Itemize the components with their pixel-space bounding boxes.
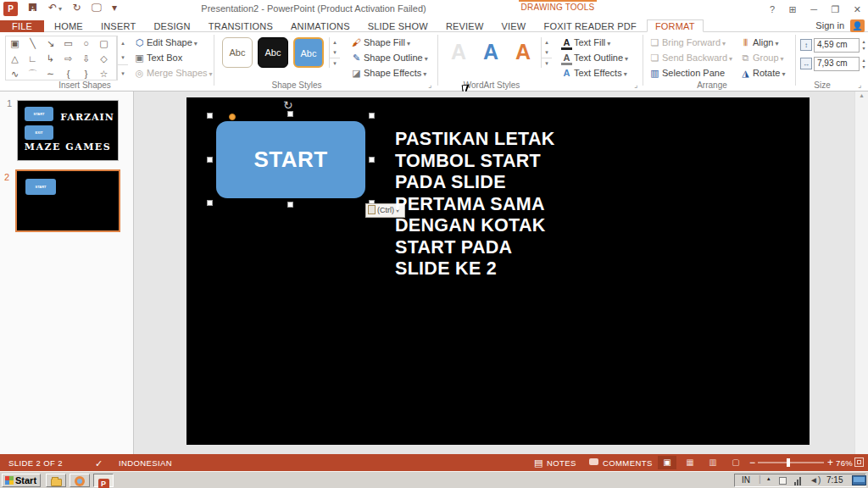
shape-fill-button[interactable]: 🖌Shape Fill▾ [351,37,410,47]
view-slide-sorter-button[interactable]: ▦ [681,456,699,469]
text-effects-button[interactable]: AText Effects▾ [561,68,627,78]
vertical-scrollbar[interactable]: ▴ [854,92,868,454]
shape-rounded-rectangle-icon[interactable]: ▢ [95,36,113,51]
size-dialog-launcher[interactable]: ⌟ [858,80,861,89]
sign-in-link[interactable]: Sign in [815,20,844,30]
taskbar-explorer-button[interactable] [46,474,66,487]
taskbar-browser-button[interactable] [70,474,90,487]
rotate-button[interactable]: ◮Rotate▾ [740,68,785,79]
shape-outline-button[interactable]: ✎Shape Outline▾ [351,53,428,64]
shape-width-input[interactable]: 7,93 cm [814,57,860,71]
shape-textbox-icon[interactable]: ▣ [6,36,24,51]
shape-style-chip-1[interactable]: Abc [222,37,253,68]
wordart-scroll-down[interactable]: ▾ [541,47,552,58]
group-button[interactable]: ⧉Group▾ [740,53,784,64]
tab-transitions[interactable]: TRANSITIONS [201,20,281,33]
text-outline-button[interactable]: AText Outline▾ [561,53,628,65]
tray-clock[interactable]: 7:15 [826,475,843,485]
start-button[interactable]: Start [2,474,41,487]
shape-elbow-arrow-icon[interactable]: ↳ [42,52,59,66]
shape-down-arrow-icon[interactable]: ⇩ [77,52,95,66]
width-stepper[interactable]: ▴▾ [859,57,868,71]
view-reading-button[interactable]: ▥ [704,456,722,469]
comments-button[interactable]: COMMENTS [603,458,653,468]
wordart-more[interactable]: ▾ [541,58,552,68]
start-shape[interactable]: START [216,121,365,198]
shape-star-icon[interactable]: ☆ [95,67,113,81]
handle-top-center[interactable] [287,111,293,117]
shapes-gallery-more[interactable]: ▾ [117,64,128,80]
tab-design[interactable]: DESIGN [146,20,198,33]
notes-button[interactable]: NOTES [547,458,576,468]
text-box-button[interactable]: ▣Text Box [134,53,182,64]
tray-hidden-icons-button[interactable]: ▴ [767,475,771,482]
merge-shapes-button[interactable]: ◎Merge Shapes▾ [134,68,213,79]
align-button[interactable]: ⫴Align▾ [740,37,778,48]
shape-line-icon[interactable]: ╲ [24,36,42,51]
shape-left-brace-icon[interactable]: { [59,67,77,81]
fit-slide-button[interactable] [854,458,864,467]
shape-styles-scroll-up[interactable]: ▴ [329,37,340,47]
shape-rectangle-icon[interactable]: ▭ [59,36,77,51]
close-button[interactable]: ✕ [849,3,866,17]
tab-format[interactable]: FORMAT [647,19,704,32]
shape-triangle-icon[interactable]: △ [6,52,24,66]
height-stepper[interactable]: ▴▾ [859,38,868,53]
zoom-level[interactable]: 76% [836,458,853,468]
tab-slide-show[interactable]: SLIDE SHOW [360,20,436,33]
shape-right-brace-icon[interactable]: } [77,67,95,81]
tray-volume-icon[interactable]: ◄) [810,475,821,485]
shape-styles-scroll-down[interactable]: ▾ [329,47,340,58]
shape-style-chip-2[interactable]: Abc [258,37,288,68]
taskbar-powerpoint-button[interactable]: P [93,474,114,487]
tray-network-icon[interactable] [794,476,802,485]
wordart-chip-2[interactable]: A [476,36,505,67]
shape-arrow-icon[interactable]: ↘ [42,36,59,51]
tab-foxit-reader-pdf[interactable]: FOXIT READER PDF [537,20,644,33]
slide-2-thumbnail-selected[interactable]: START [15,169,120,232]
shapes-gallery[interactable]: ▣╲↘▭○▢ △∟↳⇨⇩◇ ∿⌒∼{}☆ [5,36,117,80]
shape-elbow-icon[interactable]: ∟ [24,52,42,66]
adjust-handle[interactable] [229,114,236,120]
minimize-button[interactable]: ─ [805,3,822,16]
tab-insert[interactable]: INSERT [93,20,143,33]
send-backward-button[interactable]: ❏Send Backward▾ [649,53,732,64]
language-indicator[interactable]: INDONESIAN [119,458,172,468]
zoom-out-button[interactable]: − [749,457,755,469]
zoom-in-button[interactable]: + [827,457,833,469]
scrollbar-up-icon[interactable]: ▴ [860,92,863,99]
wordart-chip-1[interactable]: A [444,36,473,67]
shape-arc-icon[interactable]: ⌒ [24,67,42,81]
rotation-handle[interactable]: ↻ [283,98,293,112]
annotation-text-block[interactable]: PASTIKAN LETAK TOMBOL START PADA SLIDE P… [395,129,555,280]
handle-mid-right[interactable] [369,157,375,163]
selection-pane-button[interactable]: ▥Selection Pane [649,68,725,79]
handle-top-right[interactable] [369,113,375,119]
zoom-slider[interactable] [758,462,824,463]
shapes-scroll-down[interactable]: ▾ [117,50,128,64]
shape-curve-icon[interactable]: ∼ [42,67,59,81]
text-fill-button[interactable]: AText Fill▾ [561,37,610,50]
restore-button[interactable]: ❐ [826,3,844,17]
view-normal-button[interactable]: ▣ [658,456,676,469]
shape-oval-icon[interactable]: ○ [77,36,95,51]
account-avatar-icon[interactable]: 👤 [850,19,865,32]
shape-right-arrow-icon[interactable]: ⇨ [59,52,77,66]
ribbon-display-options-button[interactable]: ⊞ [784,3,802,17]
shape-effects-button[interactable]: ◪Shape Effects▾ [351,68,426,79]
handle-mid-left[interactable] [207,157,213,163]
shape-polygon-icon[interactable]: ◇ [95,52,113,66]
shapes-scroll-up[interactable]: ▴ [117,36,128,50]
tab-review[interactable]: REVIEW [438,20,492,33]
shape-style-chip-3-selected[interactable]: Abc [293,37,324,68]
shape-scribble-icon[interactable]: ∿ [6,67,24,81]
tab-home[interactable]: HOME [47,20,91,33]
slide-canvas[interactable]: START ↻ (Ctrl)▾ PASTIKAN LETAK TOMBOL ST… [186,97,810,445]
shape-height-input[interactable]: 4,59 cm [814,38,860,53]
tray-language-indicator[interactable]: IN [742,475,750,485]
tray-device-icon[interactable] [779,477,787,485]
zoom-slider-thumb[interactable] [787,458,790,467]
wordart-styles-dialog-launcher[interactable]: ⌟ [634,80,637,89]
help-button[interactable]: ? [765,3,780,16]
tray-desktop-icon[interactable] [852,475,866,485]
